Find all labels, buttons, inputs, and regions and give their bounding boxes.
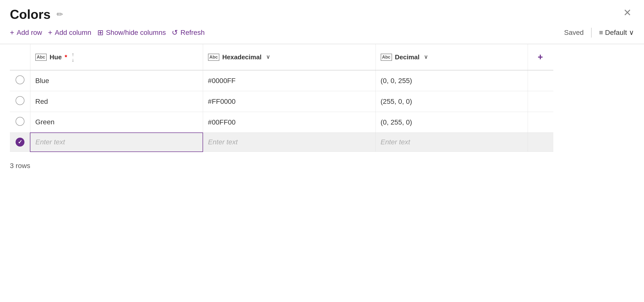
chevron-down-icon: ∨ (629, 29, 634, 37)
row-hue-0[interactable]: Blue (30, 70, 203, 91)
colors-table: Abc Hue * ↑ ↓ Abc Hexadecimal ∨ (10, 44, 553, 152)
table-header-row: Abc Hue * ↑ ↓ Abc Hexadecimal ∨ (10, 44, 553, 70)
radio-button-0[interactable] (16, 75, 24, 84)
add-row-button[interactable]: + Add row (10, 27, 48, 39)
col-header-decimal[interactable]: Abc Decimal ∨ (376, 44, 528, 70)
plus-icon-2: + (48, 29, 52, 37)
hex-col-label: Hexadecimal (222, 53, 262, 61)
hex-col-icon: Abc (208, 54, 219, 61)
edit-title-icon[interactable]: ✏ (56, 10, 63, 19)
table-row: Red #FF0000 (255, 0, 0) (10, 91, 553, 112)
row-hue-1[interactable]: Red (30, 91, 203, 112)
refresh-label: Refresh (180, 29, 204, 37)
col-header-add[interactable]: + (528, 44, 553, 70)
row-count: 3 rows (10, 162, 30, 170)
page-header: Colors ✏ ✕ (0, 0, 644, 26)
row-hex-0[interactable]: #0000FF (203, 70, 376, 91)
menu-icon: ≡ (599, 29, 603, 37)
hue-col-label: Hue (50, 53, 62, 61)
row-dec-0[interactable]: (0, 0, 255) (376, 70, 528, 91)
row-empty-1 (528, 91, 553, 112)
refresh-button[interactable]: ↺ Refresh (172, 26, 210, 39)
new-row-hex-input[interactable]: Enter text (203, 133, 376, 152)
row-selector-1[interactable] (10, 91, 30, 112)
toolbar: + Add row + Add column ⊞ Show/hide colum… (0, 26, 644, 44)
add-column-icon[interactable]: + (533, 50, 548, 65)
row-selector-0[interactable] (10, 70, 30, 91)
row-hex-1[interactable]: #FF0000 (203, 91, 376, 112)
show-hide-icon: ⊞ (97, 28, 104, 37)
toolbar-right: Saved ≡ Default ∨ (564, 28, 634, 38)
new-row-hue-input[interactable]: Enter text (30, 133, 203, 152)
radio-button-2[interactable] (16, 117, 24, 126)
add-column-button[interactable]: + Add column (48, 27, 97, 39)
close-icon[interactable]: ✕ (623, 7, 632, 18)
default-button[interactable]: ≡ Default ∨ (599, 29, 634, 37)
col-header-hue[interactable]: Abc Hue * ↑ ↓ (30, 44, 203, 70)
plus-icon: + (10, 29, 14, 37)
col-header-selector (10, 44, 30, 70)
row-hex-2[interactable]: #00FF00 (203, 112, 376, 133)
add-row-label: Add row (17, 29, 42, 37)
table-container: Abc Hue * ↑ ↓ Abc Hexadecimal ∨ (0, 44, 644, 152)
new-row-empty (528, 133, 553, 152)
footer: 3 rows (0, 152, 644, 175)
row-empty-0 (528, 70, 553, 91)
row-dec-2[interactable]: (0, 255, 0) (376, 112, 528, 133)
row-empty-2 (528, 112, 553, 133)
dec-col-label: Decimal (395, 53, 420, 61)
saved-label: Saved (564, 29, 584, 37)
show-hide-columns-button[interactable]: ⊞ Show/hide columns (97, 26, 172, 39)
dec-col-icon: Abc (381, 54, 392, 61)
hue-sort-icons: ↑ ↓ (72, 52, 74, 62)
refresh-icon: ↺ (172, 28, 178, 37)
page-title: Colors (10, 7, 51, 22)
new-row: Enter text Enter text Enter text (10, 133, 553, 152)
new-row-radio-checked[interactable] (16, 138, 24, 147)
add-column-label: Add column (55, 29, 92, 37)
hue-sort-up-icon[interactable]: ↑ (72, 52, 74, 57)
hue-required-star: * (65, 53, 67, 61)
show-hide-label: Show/hide columns (106, 29, 166, 37)
row-hue-2[interactable]: Green (30, 112, 203, 133)
row-selector-2[interactable] (10, 112, 30, 133)
new-row-selector[interactable] (10, 133, 30, 152)
col-header-hexadecimal[interactable]: Abc Hexadecimal ∨ (203, 44, 376, 70)
table-row: Green #00FF00 (0, 255, 0) (10, 112, 553, 133)
row-dec-1[interactable]: (255, 0, 0) (376, 91, 528, 112)
default-label: Default (605, 29, 627, 37)
dec-chevron-icon[interactable]: ∨ (424, 54, 428, 60)
toolbar-vertical-divider (591, 28, 592, 38)
hue-sort-down-icon[interactable]: ↓ (72, 57, 74, 62)
hex-chevron-icon[interactable]: ∨ (266, 54, 270, 60)
radio-button-1[interactable] (16, 96, 24, 105)
table-row: Blue #0000FF (0, 0, 255) (10, 70, 553, 91)
new-row-dec-input[interactable]: Enter text (376, 133, 528, 152)
hue-col-icon: Abc (35, 54, 47, 61)
